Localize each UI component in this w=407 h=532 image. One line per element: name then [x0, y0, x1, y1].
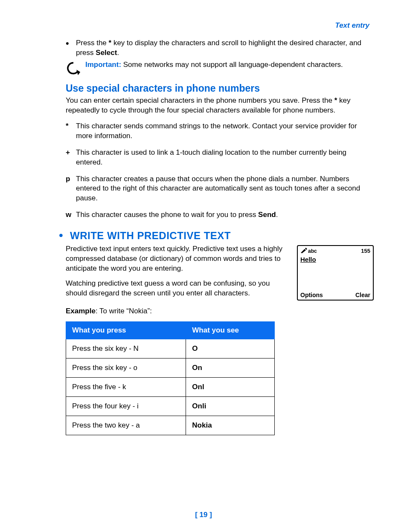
text: .	[276, 211, 278, 219]
text: Press the	[76, 39, 109, 47]
running-header: Text entry	[33, 21, 374, 30]
char-key: +	[66, 148, 76, 168]
table-row: Press the two key - a Nokia	[66, 416, 275, 435]
cell-see: Onli	[186, 396, 275, 416]
char-count: 155	[361, 248, 370, 255]
important-label: Important:	[85, 61, 121, 69]
text: You can enter certain special characters…	[66, 96, 334, 104]
phone-screen-illustration: abc 155 Hello Options Clear	[297, 245, 374, 301]
bold-text: Send	[258, 211, 276, 219]
phone-status-row: abc 155	[300, 248, 370, 255]
cell-see: Onl	[186, 377, 275, 396]
col-header-press: What you press	[66, 321, 186, 339]
cell-press: Press the six key - N	[66, 339, 186, 358]
important-text: Important: Some networks may not support…	[85, 61, 343, 69]
bullet-text: Press the * key to display the character…	[76, 38, 374, 58]
text-column: Predictive text input enters text quickl…	[66, 244, 289, 304]
text: : To write “Nokia”:	[96, 307, 152, 315]
bold-text: Select	[96, 49, 117, 57]
svg-text:abc: abc	[308, 248, 317, 254]
paragraph: You can enter certain special characters…	[66, 96, 374, 116]
table-row: Press the four key - i Onli	[66, 396, 275, 416]
cell-press: Press the six key - o	[66, 358, 186, 377]
text: This character causes the phone to wait …	[76, 211, 258, 219]
char-key: *	[66, 121, 76, 141]
subheading-special-chars: Use special characters in phone numbers	[66, 83, 374, 94]
char-row: p This character creates a pause that oc…	[66, 174, 374, 204]
bullet-dot: •	[66, 38, 76, 58]
cell-see: Nokia	[186, 416, 275, 435]
text: .	[117, 49, 119, 57]
page-number: [ 19 ]	[0, 511, 407, 519]
paragraph: Predictive text input enters text quickl…	[66, 244, 289, 274]
predictive-table: What you press What you see Press the si…	[66, 321, 275, 435]
phone-word: Hello	[300, 256, 370, 263]
bullet-item: • Press the * key to display the charact…	[66, 38, 374, 58]
char-row: + This character is used to link a 1-tou…	[66, 148, 374, 168]
table-row: Press the five - k Onl	[66, 377, 275, 396]
char-row: * This character sends command strings t…	[66, 121, 374, 141]
pencil-icon: abc	[300, 248, 317, 255]
table-header-row: What you press What you see	[66, 321, 275, 339]
char-desc: This character creates a pause that occu…	[76, 174, 374, 204]
cell-press: Press the four key - i	[66, 396, 186, 416]
table-row: Press the six key - N O	[66, 339, 275, 358]
cell-see: O	[186, 339, 275, 358]
char-desc: This character is used to link a 1-touch…	[76, 148, 374, 168]
char-desc: This character causes the phone to wait …	[76, 210, 374, 220]
two-column: Predictive text input enters text quickl…	[66, 244, 374, 304]
section-heading: • WRITE WITH PREDICTIVE TEXT	[59, 229, 374, 242]
cell-press: Press the two key - a	[66, 416, 186, 435]
text: Some networks may not support all langua…	[121, 61, 343, 69]
important-icon	[66, 61, 81, 76]
cell-see: On	[186, 358, 275, 377]
phone-softkeys: Options Clear	[300, 292, 370, 298]
section-title: WRITE WITH PREDICTIVE TEXT	[70, 230, 231, 242]
paragraph: Watching predictive text guess a word ca…	[66, 279, 289, 298]
example-line: Example: To write “Nokia”:	[66, 307, 374, 315]
softkey-left: Options	[300, 292, 323, 298]
char-row: w This character causes the phone to wai…	[66, 210, 374, 220]
char-key: w	[66, 210, 76, 220]
example-label: Example	[66, 307, 96, 315]
manual-page: Text entry • Press the * key to display …	[0, 0, 407, 532]
section-bullet-icon: •	[59, 229, 70, 241]
col-header-see: What you see	[186, 321, 275, 339]
cell-press: Press the five - k	[66, 377, 186, 396]
char-desc: This character sends command strings to …	[76, 121, 374, 141]
table-row: Press the six key - o On	[66, 358, 275, 377]
char-key: p	[66, 174, 76, 204]
softkey-right: Clear	[355, 292, 370, 298]
important-note: Important: Some networks may not support…	[66, 61, 374, 76]
